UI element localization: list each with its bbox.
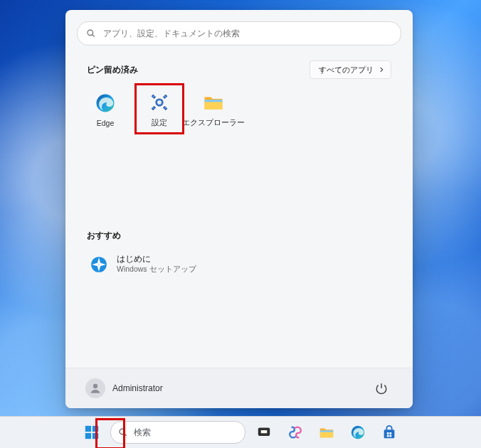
recommended-item-get-started[interactable]: はじめに Windows セットアップ (87, 249, 391, 280)
svg-rect-33 (387, 432, 389, 434)
search-icon (86, 28, 96, 38)
chevron-right-icon (378, 66, 385, 73)
start-footer: Administrator (65, 368, 413, 408)
user-account-button[interactable]: Administrator (85, 378, 163, 398)
svg-rect-36 (389, 435, 391, 437)
svg-line-1 (92, 35, 95, 37)
pinned-label: エクスプローラー (182, 118, 245, 128)
taskbar-search-placeholder: 検索 (134, 427, 151, 439)
pinned-title: ピン留め済み (87, 64, 138, 76)
pinned-grid: Edge (65, 78, 413, 135)
start-button[interactable] (79, 420, 105, 445)
recommended-header: おすすめ (65, 228, 413, 245)
search-icon (118, 427, 128, 437)
svg-rect-30 (320, 430, 333, 432)
start-menu: ピン留め済み すべてのアプリ (65, 10, 413, 408)
recommended-item-title: はじめに (117, 255, 196, 265)
file-explorer-icon (319, 425, 334, 440)
edge-task[interactable] (345, 420, 371, 445)
avatar (85, 378, 105, 398)
start-search-input[interactable] (102, 28, 392, 39)
start-search[interactable] (77, 21, 401, 46)
recommended-item-subtitle: Windows セットアップ (117, 265, 196, 274)
svg-rect-34 (389, 432, 391, 434)
svg-line-9 (164, 107, 166, 110)
file-explorer-task[interactable] (314, 420, 339, 445)
pinned-header: ピン留め済み すべてのアプリ (65, 61, 413, 78)
all-apps-label: すべてのアプリ (319, 65, 374, 75)
pinned-label: 設定 (152, 118, 167, 128)
pinned-item-edge[interactable]: Edge (78, 84, 132, 135)
edge-icon (94, 92, 117, 114)
windows-logo-icon (84, 425, 100, 440)
svg-point-12 (157, 100, 162, 105)
svg-line-26 (125, 434, 127, 436)
pinned-item-settings[interactable]: 設定 (132, 84, 186, 135)
copilot-icon (287, 425, 303, 440)
svg-rect-14 (205, 100, 223, 102)
store-task[interactable] (376, 420, 402, 445)
all-apps-button[interactable]: すべてのアプリ (310, 60, 391, 79)
svg-point-25 (120, 429, 125, 434)
copilot-button[interactable] (282, 420, 308, 445)
power-icon (375, 382, 388, 395)
svg-rect-28 (260, 430, 268, 434)
file-explorer-icon (202, 91, 225, 114)
svg-rect-35 (387, 435, 389, 437)
svg-point-0 (88, 30, 93, 36)
task-view-icon (257, 425, 271, 439)
power-button[interactable] (370, 377, 393, 400)
taskbar-search[interactable]: 検索 (110, 421, 245, 444)
svg-rect-21 (85, 426, 91, 432)
svg-rect-23 (85, 433, 91, 439)
svg-rect-22 (92, 426, 98, 432)
recommended-title: おすすめ (87, 230, 121, 242)
svg-rect-24 (92, 433, 98, 439)
taskbar: 検索 (0, 416, 481, 448)
store-icon (381, 425, 397, 440)
settings-icon (148, 91, 171, 114)
pinned-label: Edge (97, 119, 115, 127)
task-view-button[interactable] (251, 420, 277, 445)
svg-rect-32 (384, 430, 395, 438)
svg-line-10 (164, 95, 166, 98)
svg-line-11 (152, 107, 155, 110)
svg-line-8 (152, 95, 155, 98)
pinned-item-file-explorer[interactable]: エクスプローラー (186, 84, 240, 135)
get-started-icon (90, 255, 108, 274)
svg-point-20 (93, 384, 97, 388)
edge-icon (350, 425, 366, 440)
recommended-list: はじめに Windows セットアップ (65, 245, 413, 280)
username: Administrator (112, 383, 163, 393)
